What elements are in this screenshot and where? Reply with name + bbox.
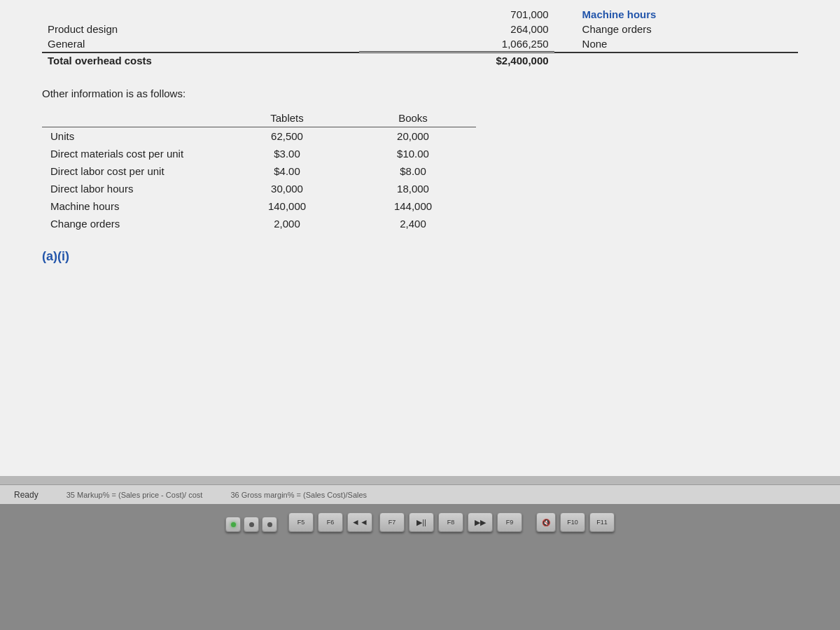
status-bar: Ready 35 Markup% = (Sales price - Cost)/…	[0, 484, 840, 504]
key-f8[interactable]: F8	[438, 512, 463, 532]
row-label: Direct labor cost per unit	[42, 162, 224, 180]
key-fast-forward[interactable]: ▶▶	[468, 512, 493, 532]
section-label: (a)(i)	[42, 249, 798, 264]
row-label: Change orders	[42, 215, 224, 232]
play-pause-icon: ▶||	[416, 518, 426, 527]
table-row: Direct labor cost per unit $4.00 $8.00	[42, 162, 476, 180]
table-row: General 1,066,250 None	[42, 36, 798, 52]
total-label: Total overhead costs	[42, 52, 359, 69]
row-value-tablets: $4.00	[224, 162, 350, 180]
key-f10[interactable]: F10	[560, 512, 585, 532]
row-driver: None	[554, 36, 798, 52]
col-header-label	[42, 109, 224, 127]
document-area: 701,000 Machine hours Product design 264…	[0, 0, 840, 476]
key-indicator2	[244, 517, 259, 532]
row-value-tablets: 30,000	[224, 180, 350, 197]
key-f9[interactable]: F9	[497, 512, 522, 532]
fast-forward-icon: ▶▶	[475, 518, 486, 527]
key-f11[interactable]: F11	[589, 512, 615, 532]
table-row: Product design 264,000 Change orders	[42, 22, 798, 36]
table-header-row: Tablets Books	[42, 109, 476, 127]
key-indicator-lights	[225, 517, 241, 532]
row-driver: Machine hours	[554, 7, 798, 22]
row-amount: 1,066,250	[359, 36, 554, 52]
total-driver	[554, 52, 798, 69]
row-value-books: $10.00	[350, 145, 476, 162]
key-f7[interactable]: ◄◄	[347, 512, 372, 532]
row-value-books: $8.00	[350, 162, 476, 180]
row-value-books: 20,000	[350, 127, 476, 146]
row-label: Direct labor hours	[42, 180, 224, 197]
key-play-pause[interactable]: ▶||	[409, 512, 434, 532]
led-indicator	[231, 522, 236, 527]
status-formula1: 35 Markup% = (Sales price - Cost)/ cost	[66, 491, 203, 499]
table-row: Machine hours 140,000 144,000	[42, 197, 476, 215]
row-value-books: 18,000	[350, 180, 476, 197]
row-value-tablets: $3.00	[224, 145, 350, 162]
row-label: Machine hours	[42, 197, 224, 215]
row-amount: 264,000	[359, 22, 554, 36]
keyboard-area: F5 F6 ◄◄ F7 ▶|| F8 ▶▶ F9 🔇 F10 F11	[0, 504, 840, 630]
keyboard-row-top: F5 F6 ◄◄ F7 ▶|| F8 ▶▶ F9 🔇 F10 F11	[225, 512, 615, 532]
row-label: General	[42, 36, 359, 52]
table-row: Change orders 2,000 2,400	[42, 215, 476, 232]
row-value-tablets: 2,000	[224, 215, 350, 232]
fn-keys-group	[225, 517, 277, 532]
key-indicator3	[262, 517, 277, 532]
key-f6[interactable]: F6	[318, 512, 343, 532]
total-row: Total overhead costs $2,400,000	[42, 52, 798, 69]
table-row: Direct labor hours 30,000 18,000	[42, 180, 476, 197]
rewind-icon: ◄◄	[351, 517, 368, 527]
bottom-bar: Ready 35 Markup% = (Sales price - Cost)/…	[0, 476, 840, 630]
status-formula2: 36 Gross margin% = (Sales Cost)/Sales	[230, 491, 367, 499]
mute-icon: 🔇	[542, 519, 550, 526]
key-mute[interactable]: 🔇	[536, 512, 556, 532]
table-row: Direct materials cost per unit $3.00 $10…	[42, 145, 476, 162]
dot-indicator2	[267, 522, 272, 527]
row-driver: Change orders	[554, 22, 798, 36]
total-amount: $2,400,000	[359, 52, 554, 69]
table-row: Units 62,500 20,000	[42, 127, 476, 146]
data-table: Tablets Books Units 62,500 20,000 Direct…	[42, 109, 476, 232]
row-label: Direct materials cost per unit	[42, 145, 224, 162]
top-table: 701,000 Machine hours Product design 264…	[42, 7, 798, 68]
dot-indicator	[249, 522, 254, 527]
other-info-label: Other information is as follows:	[42, 88, 798, 99]
row-label: Units	[42, 127, 224, 146]
row-amount: 701,000	[359, 7, 554, 22]
row-label: Product design	[42, 22, 359, 36]
col-header-tablets: Tablets	[224, 109, 350, 127]
col-header-books: Books	[350, 109, 476, 127]
row-value-tablets: 140,000	[224, 197, 350, 215]
row-value-tablets: 62,500	[224, 127, 350, 146]
row-value-books: 144,000	[350, 197, 476, 215]
status-ready: Ready	[14, 490, 38, 500]
key-f7-label[interactable]: F7	[379, 512, 405, 532]
row-value-books: 2,400	[350, 215, 476, 232]
table-row: 701,000 Machine hours	[42, 7, 798, 22]
row-label	[42, 7, 359, 22]
key-f5[interactable]: F5	[288, 512, 314, 532]
